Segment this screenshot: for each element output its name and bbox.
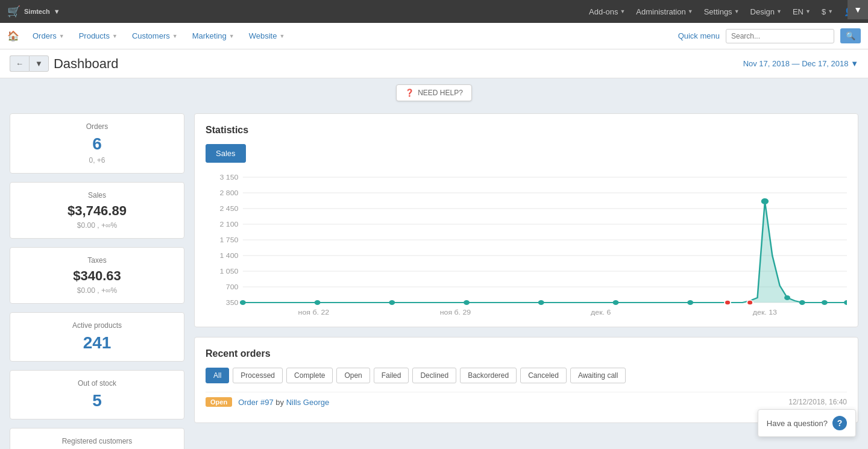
svg-text:2 450: 2 450 bbox=[220, 206, 239, 212]
currency-label: $ bbox=[822, 7, 826, 16]
customer-link[interactable]: Nills George bbox=[286, 398, 330, 407]
svg-point-21 bbox=[389, 300, 395, 305]
statistics-title: Statistics bbox=[206, 125, 847, 136]
website-caret: ▼ bbox=[279, 33, 285, 39]
statistics-chart: 3 150 2 800 2 450 2 100 1 750 1 400 1 05… bbox=[206, 171, 847, 316]
order-status-badge: Open bbox=[206, 397, 232, 407]
widget-taxes-label: Taxes bbox=[20, 256, 174, 265]
addons-label: Add-ons bbox=[589, 7, 618, 16]
products-caret: ▼ bbox=[112, 33, 118, 39]
widget-registered-customers-label: Registered customers bbox=[20, 437, 174, 445]
chart-area: 3 150 2 800 2 450 2 100 1 750 1 400 1 05… bbox=[206, 171, 847, 316]
tab-complete[interactable]: Complete bbox=[286, 368, 333, 383]
svg-text:700: 700 bbox=[226, 284, 239, 290]
search-button[interactable]: 🔍 bbox=[840, 28, 861, 43]
second-nav-right: Quick menu 🔍 bbox=[678, 28, 861, 43]
tab-backordered[interactable]: Backordered bbox=[460, 368, 517, 383]
quick-menu-link[interactable]: Quick menu bbox=[678, 31, 720, 40]
svg-point-32 bbox=[844, 300, 847, 305]
marketing-caret: ▼ bbox=[229, 33, 234, 39]
currency-caret: ▼ bbox=[828, 8, 833, 14]
settings-label: Settings bbox=[704, 7, 732, 16]
corner-icon: ▼ bbox=[854, 5, 862, 14]
widget-registered-customers: Registered customers 1 bbox=[10, 428, 184, 449]
sales-tab-button[interactable]: Sales bbox=[206, 144, 246, 163]
help-circle-icon: ❓ bbox=[405, 89, 414, 97]
svg-text:2 800: 2 800 bbox=[220, 190, 239, 196]
svg-text:3 150: 3 150 bbox=[220, 174, 239, 181]
have-question-widget[interactable]: Have a question? ? bbox=[758, 409, 856, 437]
right-column: Statistics Sales bbox=[194, 113, 858, 449]
marketing-nav[interactable]: Marketing ▼ bbox=[186, 31, 241, 40]
main-content: Orders 6 0, +6 Sales $3,746.89 $0.00 , +… bbox=[0, 104, 868, 449]
svg-text:1 050: 1 050 bbox=[220, 268, 239, 275]
widget-orders: Orders 6 0, +6 bbox=[10, 113, 184, 174]
help-button[interactable]: ❓ NEED HELP? bbox=[396, 84, 472, 101]
widget-orders-label: Orders bbox=[20, 122, 174, 131]
order-link[interactable]: Order #97 bbox=[238, 398, 274, 407]
widget-taxes-sub: $0.00 , +∞% bbox=[20, 286, 174, 295]
widget-sales: Sales $3,746.89 $0.00 , +∞% bbox=[10, 182, 184, 239]
settings-menu[interactable]: Settings ▼ bbox=[704, 7, 740, 16]
back-button[interactable]: ← bbox=[10, 55, 29, 72]
order-by: by bbox=[275, 398, 284, 407]
widget-taxes: Taxes $340.63 $0.00 , +∞% bbox=[10, 247, 184, 304]
widget-orders-value: 6 bbox=[20, 134, 174, 154]
corner-collapse-button[interactable]: ▼ bbox=[848, 0, 868, 19]
website-nav[interactable]: Website ▼ bbox=[243, 31, 291, 40]
svg-point-23 bbox=[538, 300, 544, 305]
orders-nav[interactable]: Orders ▼ bbox=[27, 31, 71, 40]
page-title: Dashboard bbox=[54, 56, 119, 72]
svg-text:дек. 13: дек. 13 bbox=[753, 309, 777, 316]
svg-text:ноя б. 22: ноя б. 22 bbox=[298, 309, 330, 316]
language-menu[interactable]: EN ▼ bbox=[793, 7, 811, 16]
tab-failed[interactable]: Failed bbox=[374, 368, 409, 383]
administration-menu[interactable]: Administration ▼ bbox=[636, 7, 693, 16]
title-bar: ← ▼ Dashboard Nov 17, 2018 — Dec 17, 201… bbox=[0, 49, 868, 78]
order-info: Order #97 by Nills George bbox=[238, 398, 782, 407]
language-label: EN bbox=[793, 7, 804, 16]
date-range[interactable]: Nov 17, 2018 — Dec 17, 2018 ▼ bbox=[743, 59, 858, 68]
widget-out-of-stock: Out of stock 5 bbox=[10, 370, 184, 419]
products-nav[interactable]: Products ▼ bbox=[73, 31, 124, 40]
design-menu[interactable]: Design ▼ bbox=[750, 7, 782, 16]
website-nav-label: Website bbox=[249, 31, 277, 40]
widget-sales-value: $3,746.89 bbox=[20, 203, 174, 219]
brand-caret: ▼ bbox=[54, 8, 60, 15]
tab-open[interactable]: Open bbox=[336, 368, 370, 383]
order-date: 12/12/2018, 16:40 bbox=[788, 398, 847, 406]
home-icon[interactable]: 🏠 bbox=[7, 30, 19, 42]
tab-declined[interactable]: Declined bbox=[412, 368, 456, 383]
svg-point-25 bbox=[687, 300, 693, 305]
have-question-label: Have a question? bbox=[767, 419, 828, 428]
administration-label: Administration bbox=[636, 7, 685, 16]
products-nav-label: Products bbox=[79, 31, 110, 40]
customers-caret: ▼ bbox=[172, 33, 178, 39]
brand-logo[interactable]: 🛒 Simtech ▼ bbox=[7, 5, 60, 18]
tab-processed[interactable]: Processed bbox=[233, 368, 283, 383]
search-input[interactable] bbox=[726, 29, 834, 43]
tab-all[interactable]: All bbox=[206, 368, 229, 383]
customers-nav-label: Customers bbox=[132, 31, 170, 40]
svg-point-20 bbox=[315, 300, 321, 305]
svg-text:2 100: 2 100 bbox=[220, 221, 239, 228]
addons-menu[interactable]: Add-ons ▼ bbox=[589, 7, 625, 16]
currency-menu[interactable]: $ ▼ bbox=[822, 7, 833, 16]
top-bar: 🛒 Simtech ▼ Add-ons ▼ Administration ▼ S… bbox=[0, 0, 868, 23]
widget-out-of-stock-value: 5 bbox=[20, 391, 174, 410]
title-bar-left: ← ▼ Dashboard bbox=[10, 55, 119, 72]
customers-nav[interactable]: Customers ▼ bbox=[126, 31, 184, 40]
tab-awaiting-call[interactable]: Awaiting call bbox=[570, 368, 626, 383]
svg-text:дек. 6: дек. 6 bbox=[591, 309, 611, 316]
addons-caret: ▼ bbox=[620, 8, 625, 14]
svg-point-28 bbox=[761, 198, 769, 204]
help-container: ❓ NEED HELP? bbox=[0, 84, 868, 101]
left-column: Orders 6 0, +6 Sales $3,746.89 $0.00 , +… bbox=[10, 113, 184, 449]
svg-point-30 bbox=[799, 300, 805, 305]
nav-dropdown-button[interactable]: ▼ bbox=[29, 55, 49, 72]
widget-active-products-value: 241 bbox=[20, 333, 174, 353]
svg-marker-18 bbox=[243, 201, 847, 303]
svg-text:ноя б. 29: ноя б. 29 bbox=[440, 309, 471, 316]
tab-canceled[interactable]: Canceled bbox=[520, 368, 567, 383]
widget-sales-label: Sales bbox=[20, 191, 174, 199]
